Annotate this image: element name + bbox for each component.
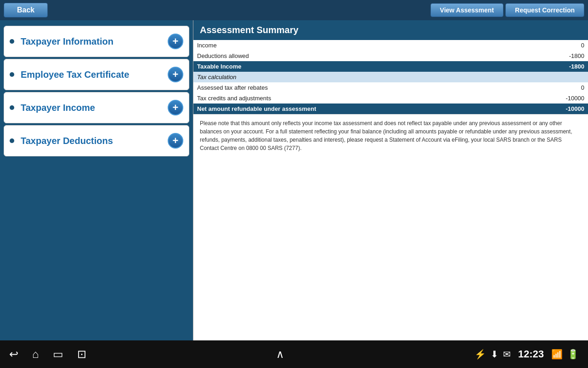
- row-label: Net amount refundable under assessment: [193, 104, 468, 114]
- view-assessment-button[interactable]: View Assessment: [430, 3, 504, 17]
- sidebar: Taxpayer Information+Employee Tax Certif…: [0, 20, 193, 340]
- assessment-row: Assessed tax after rebates0: [193, 82, 588, 93]
- sidebar-item-label: Taxpayer Income: [21, 103, 168, 113]
- battery-icon: 🔋: [567, 349, 579, 360]
- assessment-row: Tax credits and adjustments-10000: [193, 93, 588, 104]
- bottom-nav-icons: ↩ ⌂ ▭ ⊡: [9, 348, 86, 361]
- sidebar-item-taxpayer-deductions[interactable]: Taxpayer Deductions+: [4, 125, 189, 156]
- assessment-table: Income0Deductions allowed-1800Taxable In…: [193, 40, 588, 114]
- back-nav-icon[interactable]: ↩: [9, 348, 18, 361]
- expand-button[interactable]: +: [168, 133, 183, 149]
- row-value: 0: [468, 40, 588, 51]
- sidebar-item-taxpayer-information[interactable]: Taxpayer Information+: [4, 26, 189, 57]
- signal-icon: 📶: [551, 349, 563, 360]
- assessment-row: Taxable Income-1800: [193, 61, 588, 72]
- top-bar: Back View Assessment Request Correction: [0, 0, 588, 20]
- row-label: Assessed tax after rebates: [193, 82, 468, 93]
- top-right-buttons: View Assessment Request Correction: [430, 3, 584, 17]
- row-value: -1800: [468, 51, 588, 61]
- bullet-icon: [10, 105, 14, 110]
- back-button[interactable]: Back: [4, 3, 48, 17]
- expand-button[interactable]: +: [168, 100, 183, 115]
- recent-apps-icon[interactable]: ▭: [53, 348, 63, 361]
- bullet-icon: [10, 72, 14, 77]
- assessment-title: Assessment Summary: [193, 20, 588, 40]
- row-value: -10000: [468, 93, 588, 104]
- sidebar-item-label: Employee Tax Certificate: [21, 69, 168, 80]
- home-icon[interactable]: ⌂: [32, 348, 39, 361]
- download-icon: ⬇: [491, 349, 498, 360]
- row-label: Taxable Income: [193, 61, 468, 72]
- sidebar-item-taxpayer-income[interactable]: Taxpayer Income+: [4, 92, 189, 123]
- row-value: 0: [468, 82, 588, 93]
- bottom-center: ∧: [276, 348, 284, 361]
- row-value: -10000: [468, 104, 588, 114]
- row-label: Tax credits and adjustments: [193, 93, 468, 104]
- row-label: Income: [193, 40, 468, 51]
- battery-wifi-icons: 📶 🔋: [551, 349, 579, 360]
- clock: 12:23: [518, 348, 544, 360]
- sidebar-item-label: Taxpayer Information: [21, 36, 168, 47]
- bottom-right-area: ⚡ ⬇ ✉ 12:23 📶 🔋: [475, 348, 579, 360]
- assessment-row: Deductions allowed-1800: [193, 51, 588, 61]
- bottom-bar: ↩ ⌂ ▭ ⊡ ∧ ⚡ ⬇ ✉ 12:23 📶 🔋: [0, 340, 588, 368]
- expand-button[interactable]: +: [168, 67, 183, 82]
- assessment-notice: Please note that this amount only reflec…: [193, 114, 588, 157]
- request-correction-button[interactable]: Request Correction: [505, 3, 584, 17]
- assessment-row: Income0: [193, 40, 588, 51]
- row-label: Deductions allowed: [193, 51, 468, 61]
- mail-icon: ✉: [503, 349, 511, 360]
- row-value: [468, 72, 588, 82]
- assessment-panel: Assessment Summary Income0Deductions all…: [193, 20, 588, 340]
- sidebar-item-label: Taxpayer Deductions: [21, 136, 168, 146]
- main-content: Taxpayer Information+Employee Tax Certif…: [0, 20, 588, 340]
- row-label: Tax calculation: [193, 72, 468, 82]
- expand-button[interactable]: +: [168, 34, 183, 49]
- screenshot-icon[interactable]: ⊡: [77, 348, 86, 361]
- row-value: -1800: [468, 61, 588, 72]
- chevron-up-icon: ∧: [276, 348, 284, 360]
- sidebar-item-employee-tax-certificate[interactable]: Employee Tax Certificate+: [4, 59, 189, 90]
- assessment-row: Tax calculation: [193, 72, 588, 82]
- assessment-row: Net amount refundable under assessment-1…: [193, 104, 588, 114]
- bullet-icon: [10, 138, 14, 143]
- bullet-icon: [10, 39, 14, 44]
- usb-icon: ⚡: [475, 349, 486, 360]
- status-icons: ⚡ ⬇ ✉: [475, 349, 511, 360]
